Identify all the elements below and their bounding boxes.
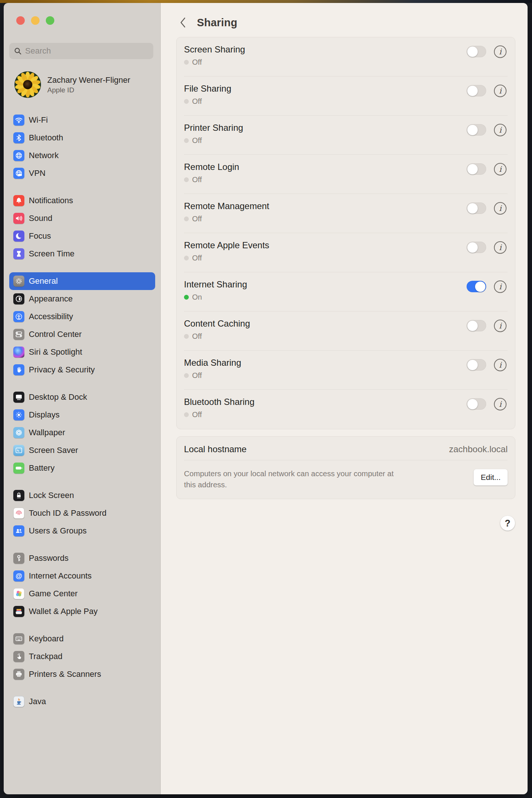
sidebar-item-java[interactable]: Java [9,693,155,710]
sidebar-item-battery[interactable]: Battery [9,459,155,477]
toggle-file-sharing[interactable] [467,85,486,96]
desktop-dock-icon [13,392,24,403]
sidebar-item-label: Battery [29,463,55,473]
toggle-internet-sharing[interactable] [467,281,486,292]
sidebar-item-passwords[interactable]: Passwords [9,549,155,567]
sidebar-item-keyboard[interactable]: Keyboard [9,630,155,648]
sidebar-item-users-groups[interactable]: Users & Groups [9,522,155,540]
game-center-icon [13,588,24,599]
sidebar-item-general[interactable]: General [9,272,155,290]
screen-saver-icon [13,445,24,456]
back-button[interactable] [180,16,186,29]
toggle-printer-sharing[interactable] [467,124,486,136]
sidebar-item-displays[interactable]: Displays [9,406,155,424]
sidebar-item-touch-id-password[interactable]: Touch ID & Password [9,504,155,522]
control-center-icon [13,329,24,340]
toggle-knob [467,360,478,370]
info-icon: i [499,48,502,56]
sidebar-item-accessibility[interactable]: Accessibility [9,308,155,325]
status-text: Off [192,136,202,145]
info-icon: i [499,205,502,212]
sidebar-item-privacy-security[interactable]: Privacy & Security [9,361,155,379]
sidebar-item-bluetooth[interactable]: Bluetooth [9,129,155,147]
sidebar-item-label: Keyboard [29,634,64,644]
sidebar-item-label: General [29,276,58,286]
info-button-file-sharing[interactable]: i [494,85,507,97]
info-icon: i [499,400,502,408]
toggle-bluetooth-sharing[interactable] [467,398,486,410]
desktop-wallpaper-strip [0,0,532,3]
sidebar-item-game-center[interactable]: Game Center [9,585,155,603]
sidebar-item-internet-accounts[interactable]: @Internet Accounts [9,567,155,585]
info-button-printer-sharing[interactable]: i [494,124,507,136]
sidebar-item-label: Internet Accounts [29,571,92,581]
info-icon: i [499,244,502,252]
hostname-card: Local hostname zachbook.local Computers … [176,436,515,499]
toggle-remote-apple-events[interactable] [467,242,486,253]
screen-time-icon [13,248,24,259]
toggle-knob [467,125,478,135]
minimize-button[interactable] [31,16,40,25]
sidebar-item-lock-screen[interactable]: Lock Screen [9,487,155,504]
sidebar-item-siri-spotlight[interactable]: Siri & Spotlight [9,343,155,361]
sidebar-item-wallet-apple-pay[interactable]: Wallet & Apple Pay [9,603,155,620]
sidebar-item-sound[interactable]: Sound [9,209,155,227]
wifi-icon [13,115,24,126]
info-button-remote-management[interactable]: i [494,202,507,215]
sharing-list-card: Screen SharingOffiFile SharingOffiPrinte… [176,37,515,429]
toggle-knob [475,282,485,292]
java-icon [13,696,24,707]
sidebar-item-wi-fi[interactable]: Wi-Fi [9,111,155,129]
info-button-screen-sharing[interactable]: i [494,45,507,58]
sidebar-item-printers-scanners[interactable]: Printers & Scanners [9,665,155,683]
toggle-remote-login[interactable] [467,163,486,175]
sidebar-item-notifications[interactable]: Notifications [9,192,155,209]
search-field[interactable] [9,43,153,59]
info-button-media-sharing[interactable]: i [494,359,507,371]
status-text: Off [192,175,202,184]
help-button[interactable]: ? [500,516,515,531]
toggle-media-sharing[interactable] [467,359,486,371]
sidebar-item-vpn[interactable]: VPN [9,164,155,182]
sidebar-item-label: Bluetooth [29,133,63,143]
system-settings-window: Zachary Wener-Fligner Apple ID Wi-FiBlue… [4,3,528,794]
sidebar-item-network[interactable]: Network [9,147,155,164]
sidebar-item-label: Java [29,697,46,706]
sidebar-item-wallpaper[interactable]: Wallpaper [9,424,155,441]
info-button-bluetooth-sharing[interactable]: i [494,398,507,410]
info-icon: i [499,87,502,95]
sidebar-item-label: Users & Groups [29,526,87,536]
sidebar-item-control-center[interactable]: Control Center [9,325,155,343]
sidebar-item-label: VPN [29,168,45,178]
sidebar-item-screen-time[interactable]: Screen Time [9,245,155,263]
info-button-content-caching[interactable]: i [494,320,507,332]
sidebar-item-label: Notifications [29,196,73,205]
status-text: Off [192,215,202,223]
edit-hostname-button[interactable]: Edit... [474,469,508,485]
zoom-button[interactable] [46,16,54,25]
sidebar-item-appearance[interactable]: Appearance [9,290,155,308]
sidebar-item-desktop-dock[interactable]: Desktop & Dock [9,388,155,406]
sharing-row-media-sharing: Media SharingOffi [177,351,515,390]
sidebar-item-focus[interactable]: Focus [9,227,155,245]
apple-id-row[interactable]: Zachary Wener-Fligner Apple ID [14,71,151,98]
trackpad-icon [13,651,24,662]
info-button-remote-apple-events[interactable]: i [494,241,507,254]
sharing-item-status: Off [184,254,515,262]
toggle-content-caching[interactable] [467,320,486,331]
privacy-icon [13,364,24,375]
status-dot-icon [184,334,189,339]
sidebar-item-screen-saver[interactable]: Screen Saver [9,441,155,459]
toggle-remote-management[interactable] [467,202,486,214]
sidebar-item-label: Game Center [29,589,78,598]
sharing-item-label: Internet Sharing [184,279,515,290]
info-button-internet-sharing[interactable]: i [494,280,507,293]
sharing-item-label: Remote Management [184,201,515,211]
sharing-item-status: Off [184,58,515,66]
toggle-screen-sharing[interactable] [467,46,486,57]
info-button-remote-login[interactable]: i [494,163,507,175]
info-icon: i [499,166,502,173]
sidebar-item-trackpad[interactable]: Trackpad [9,648,155,665]
close-button[interactable] [16,16,25,25]
search-input[interactable] [25,46,149,56]
